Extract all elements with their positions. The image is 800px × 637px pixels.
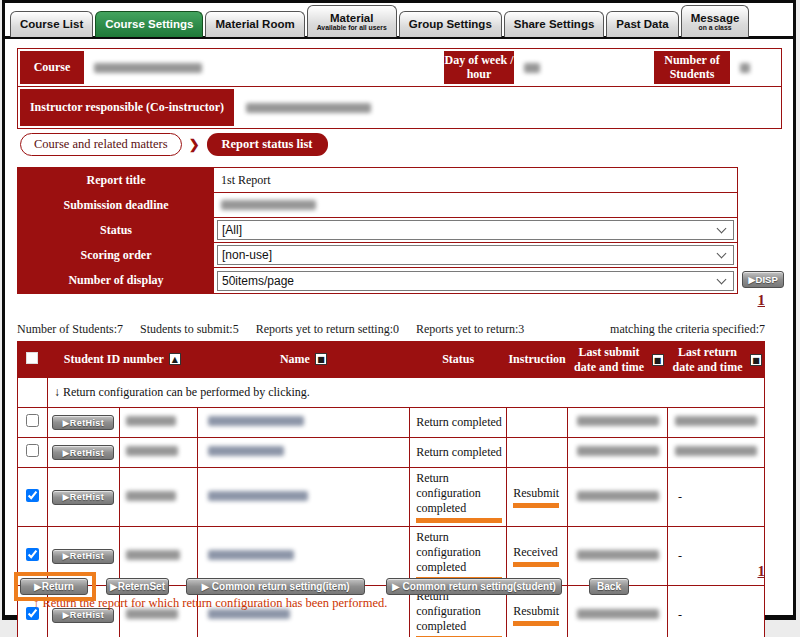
row-checkbox-cell	[18, 468, 48, 527]
status-select-wrap: [All]	[217, 220, 734, 240]
report-title-value: 1st Report	[214, 168, 737, 192]
select-all-checkbox[interactable]	[26, 352, 38, 364]
tab-message[interactable]: Message on a class	[681, 5, 750, 37]
number-of-display-row: Number of display 50items/page	[18, 268, 737, 293]
row-checkbox-cell	[18, 408, 48, 438]
reternset-button[interactable]: ▶ReternSet	[106, 578, 169, 595]
last-return-header: Last return date and time■	[668, 342, 765, 378]
last-return-cell	[668, 438, 765, 468]
student-id-cell	[119, 527, 197, 586]
tab-past-data[interactable]: Past Data	[606, 11, 678, 37]
tab-course-list[interactable]: Course List	[10, 11, 93, 37]
annotation-underline	[513, 562, 559, 567]
sort-asc-icon[interactable]: ▲	[169, 353, 181, 365]
return-button[interactable]: ▶Return	[20, 578, 88, 595]
redacted-students-value	[740, 63, 750, 73]
redacted-student-name-link[interactable]	[208, 446, 284, 456]
rethist-button[interactable]: ▶RetHist	[52, 415, 114, 430]
tab-group-settings[interactable]: Group Settings	[399, 11, 502, 37]
notice-empty-cell	[18, 378, 48, 408]
stats-line: Number of Students:7 Students to submit:…	[17, 322, 765, 337]
instruction-cell: Received	[507, 527, 568, 586]
redacted-student-name-link[interactable]	[208, 550, 294, 560]
sort-icon[interactable]: ■	[315, 353, 327, 365]
last-submit-cell	[568, 527, 668, 586]
table-notice: ↓ Return configuration can be performed …	[47, 378, 764, 408]
report-title-label: Report title	[18, 168, 214, 192]
rethist-button[interactable]: ▶RetHist	[52, 549, 114, 564]
table-row: ▶RetHist Return configuration completed …	[18, 527, 765, 586]
instructor-label: Instructor responsible (Co-instructor)	[20, 89, 234, 126]
report-form-table: Report title 1st Report Submission deadl…	[17, 167, 738, 294]
status-filter-cell: [All]	[214, 218, 737, 242]
page-number-link-bottom[interactable]: 1	[735, 563, 765, 580]
last-submit-cell	[568, 438, 668, 468]
tab-material[interactable]: Material Available for all users	[307, 5, 397, 37]
sort-icon[interactable]: ■	[750, 354, 762, 366]
tab-share-settings[interactable]: Share Settings	[504, 11, 605, 37]
redacted-day-value	[524, 63, 540, 73]
tab-bar: Course List Course Settings Material Roo…	[10, 5, 751, 37]
table-row: ▶RetHist Return configuration completed …	[18, 468, 765, 527]
scoring-order-label: Scoring order	[18, 243, 214, 267]
last-submit-cell	[568, 468, 668, 527]
tab-course-settings[interactable]: Course Settings	[95, 11, 203, 37]
number-of-display-select[interactable]: 50items/page	[217, 271, 734, 291]
redacted-last-submit	[577, 550, 659, 560]
breadcrumb: Course and related matters ❯ Report stat…	[20, 133, 328, 156]
back-button[interactable]: Back	[589, 578, 629, 595]
common-return-setting-student-button[interactable]: ▶ Common return setting(student)	[386, 578, 562, 595]
scoring-order-cell: [non-use]	[214, 243, 737, 267]
rethist-button[interactable]: ▶RetHist	[52, 490, 114, 505]
page-number-link-top[interactable]: 1	[735, 292, 765, 309]
tab-material-room[interactable]: Material Room	[205, 11, 304, 37]
annotation-underline	[416, 518, 502, 523]
stat-number-of-students: Number of Students:7	[17, 322, 123, 337]
row-checkbox[interactable]	[26, 489, 39, 502]
table-row: ▶RetHist Return completed	[18, 438, 765, 468]
rethist-cell: ▶RetHist	[47, 438, 119, 468]
scoring-select-wrap: [non-use]	[217, 245, 734, 265]
redacted-student-id	[126, 416, 176, 426]
instructor-value-cell	[236, 87, 781, 128]
stat-students-to-submit: Students to submit:5	[140, 322, 239, 337]
last-submit-cell	[568, 408, 668, 438]
disp-button[interactable]: ▶DISP	[742, 271, 784, 288]
rethist-button[interactable]: ▶RetHist	[52, 445, 114, 460]
status-cell: Return configuration completed	[410, 468, 507, 527]
status-filter-label: Status	[18, 218, 214, 242]
course-info-row-1: Course Day of week / hour Number of Stud…	[18, 49, 781, 86]
sort-icon[interactable]: ■	[652, 354, 664, 366]
last-submit-header: Last submit date and time■	[568, 342, 668, 378]
row-checkbox[interactable]	[26, 414, 39, 427]
number-of-display-cell: 50items/page	[214, 268, 737, 293]
last-return-cell	[668, 408, 765, 438]
breadcrumb-report-status-list[interactable]: Report status list	[207, 133, 328, 156]
table-header-row: Student ID number▲ Name■ Status Instruct…	[18, 342, 765, 378]
breadcrumb-course-matters[interactable]: Course and related matters	[20, 133, 182, 156]
redacted-student-name-link[interactable]	[208, 491, 308, 501]
name-cell	[197, 468, 409, 527]
course-info-table: Course Day of week / hour Number of Stud…	[17, 48, 782, 129]
select-all-header-cell	[18, 342, 48, 378]
last-return-cell: -	[668, 468, 765, 527]
number-of-display-label: Number of display	[18, 268, 214, 293]
scoring-order-row: Scoring order [non-use]	[18, 243, 737, 268]
name-cell	[197, 527, 409, 586]
instruction-cell: Resubmit	[507, 468, 568, 527]
submission-deadline-label: Submission deadline	[18, 193, 214, 217]
redacted-deadline-value	[221, 200, 316, 210]
rethist-cell: ▶RetHist	[47, 408, 119, 438]
stat-matching-criteria: matching the criteria specified:7	[610, 322, 765, 337]
scoring-order-select[interactable]: [non-use]	[217, 245, 734, 265]
redacted-last-submit	[577, 446, 659, 456]
breadcrumb-separator-icon: ❯	[189, 137, 200, 153]
stat-yet-return-setting: Reports yet to return setting:0	[256, 322, 399, 337]
status-select[interactable]: [All]	[217, 220, 734, 240]
row-checkbox[interactable]	[26, 444, 39, 457]
redacted-last-return	[675, 416, 757, 426]
common-return-setting-item-button[interactable]: ▶ Common return setting(item)	[186, 578, 365, 595]
row-checkbox[interactable]	[26, 548, 39, 561]
student-id-cell	[119, 468, 197, 527]
redacted-student-name-link[interactable]	[208, 416, 304, 426]
